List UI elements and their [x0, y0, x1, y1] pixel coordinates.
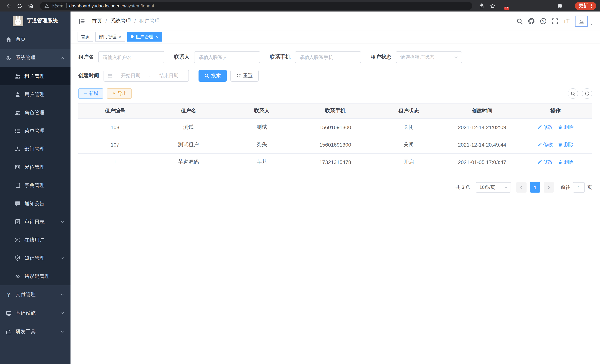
- breadcrumb: 首页/系统管理/租户管理: [92, 18, 160, 25]
- contact-input[interactable]: [194, 51, 260, 63]
- top-navbar: 首页/系统管理/租户管理 ? TT: [71, 11, 600, 31]
- sidebar-item-gear[interactable]: 系统管理: [0, 49, 71, 67]
- date-range-picker[interactable]: 开始日期 - 结束日期: [103, 70, 189, 82]
- page-suffix: 页: [587, 184, 592, 191]
- table-row: 1芋道源码芋艿17321315478开启2021-01-05 17:03:47修…: [78, 153, 592, 171]
- search-icon: [205, 74, 209, 78]
- back-button[interactable]: [4, 1, 13, 10]
- extension-blue-icon[interactable]: [510, 3, 516, 9]
- chevron-down-icon: [60, 311, 65, 315]
- caret-down-icon: [589, 22, 593, 27]
- edit-link[interactable]: 修改: [537, 124, 553, 131]
- sidebar-fold-icon[interactable]: [77, 17, 86, 26]
- svg-text:?: ?: [542, 19, 544, 23]
- sidebar-item-online[interactable]: 在线用户: [0, 231, 71, 249]
- tab-2[interactable]: 租户管理×: [127, 32, 162, 42]
- sidebar-item-devtool[interactable]: 研发工具: [0, 322, 71, 341]
- column-header: 联系人: [225, 103, 299, 119]
- add-button[interactable]: 新增: [78, 88, 103, 99]
- url-path: /system/tenant: [125, 3, 154, 8]
- breadcrumb-item[interactable]: 系统管理: [110, 18, 131, 25]
- page-size-select[interactable]: 10条/页: [476, 182, 511, 193]
- tenant-status-select[interactable]: 请选择租户状态: [396, 51, 462, 63]
- extension-green-icon[interactable]: [537, 3, 543, 9]
- avatar-broken-image-icon: [575, 16, 588, 27]
- extension-chat-icon[interactable]: [546, 3, 551, 9]
- sidebar-item-audit[interactable]: 审计日志: [0, 213, 71, 231]
- sidebar-item-dict[interactable]: 字典管理: [0, 176, 71, 195]
- extension-globe-icon[interactable]: [519, 3, 525, 9]
- export-button[interactable]: 导出: [107, 88, 132, 99]
- tags-view-bar: 首页部门管理×租户管理×: [71, 31, 600, 43]
- sms-icon: [15, 255, 20, 261]
- delete-link[interactable]: 删除: [558, 159, 574, 166]
- github-icon[interactable]: [528, 18, 535, 25]
- sidebar-item-pay[interactable]: ¥支付管理: [0, 285, 71, 304]
- breadcrumb-item[interactable]: 首页: [92, 18, 102, 25]
- browser-profile-avatar[interactable]: [566, 3, 572, 9]
- fullscreen-icon[interactable]: [552, 18, 558, 24]
- refresh-table-button[interactable]: [582, 88, 592, 99]
- tab-close-icon[interactable]: ×: [155, 35, 159, 39]
- user-avatar[interactable]: [575, 16, 593, 27]
- cell-status: 开启: [372, 153, 445, 171]
- phone-input[interactable]: [295, 51, 361, 63]
- svg-text:¥: ¥: [7, 292, 10, 297]
- home-icon: [6, 37, 11, 42]
- edit-link[interactable]: 修改: [537, 141, 553, 148]
- warning-icon: [45, 3, 49, 8]
- tab-close-icon[interactable]: ×: [118, 35, 122, 39]
- tenant-name-input[interactable]: [98, 51, 164, 63]
- toggle-search-button[interactable]: [568, 88, 578, 99]
- cell-tenant-id: 108: [78, 119, 152, 136]
- sidebar-item-sms[interactable]: 短信管理: [0, 249, 71, 267]
- extension-olive-icon[interactable]: [528, 3, 534, 9]
- tab-0[interactable]: 首页: [77, 32, 93, 42]
- sidebar-item-tenant[interactable]: 租户管理: [0, 67, 71, 85]
- help-icon[interactable]: ?: [540, 18, 547, 25]
- sidebar-item-dept[interactable]: 部门管理: [0, 140, 71, 158]
- browser-home-button[interactable]: [26, 1, 36, 10]
- goto-page-input[interactable]: [573, 182, 585, 193]
- column-header: 操作: [519, 103, 592, 119]
- pay-icon: ¥: [6, 292, 11, 297]
- delete-link[interactable]: 删除: [558, 124, 574, 131]
- reload-button[interactable]: [15, 1, 25, 10]
- browser-update-button[interactable]: 更新: [575, 2, 596, 10]
- delete-link[interactable]: 删除: [558, 141, 574, 148]
- sidebar-item-infra[interactable]: 基础设施: [0, 304, 71, 322]
- column-header: 租户状态: [372, 103, 445, 119]
- bookmark-star-button[interactable]: [488, 1, 497, 10]
- sidebar-item-role[interactable]: 角色管理: [0, 103, 71, 122]
- svg-text:T: T: [566, 18, 570, 24]
- header-search-icon[interactable]: [516, 18, 523, 24]
- extensions-puzzle-icon[interactable]: [555, 1, 565, 10]
- cell-tenant-id: 1: [78, 153, 152, 171]
- breadcrumb-item[interactable]: 租户管理: [139, 18, 160, 25]
- prev-page-button[interactable]: [516, 182, 526, 193]
- sidebar-item-home[interactable]: 首页: [0, 30, 71, 49]
- chevron-up-icon: [60, 56, 65, 60]
- app-logo[interactable]: 芋道管理系统: [0, 11, 71, 30]
- total-count: 共 3 条: [455, 184, 470, 191]
- extension-red-icon[interactable]: 10: [501, 3, 507, 9]
- svg-text:T: T: [563, 19, 566, 24]
- search-button[interactable]: 搜索: [198, 70, 227, 82]
- app-title: 芋道管理系统: [27, 18, 58, 24]
- next-page-button[interactable]: [544, 182, 554, 193]
- sidebar-item-menu[interactable]: 菜单管理: [0, 122, 71, 140]
- tab-1[interactable]: 部门管理×: [95, 32, 125, 42]
- share-button[interactable]: [477, 1, 487, 10]
- font-size-icon[interactable]: TT: [563, 18, 570, 25]
- edit-link[interactable]: 修改: [537, 159, 553, 166]
- screen: 不安全 dashboard.yudao.iocoder.cn/system/te…: [0, 0, 600, 364]
- reset-button[interactable]: 重置: [230, 70, 259, 82]
- page-number-1[interactable]: 1: [530, 182, 540, 193]
- audit-icon: [15, 219, 20, 224]
- sidebar-item-user[interactable]: 用户管理: [0, 85, 71, 103]
- table-row: 108测试测试15601691300关闭2021-12-14 21:02:09修…: [78, 119, 592, 136]
- sidebar-item-errcode[interactable]: 错误码管理: [0, 267, 71, 285]
- url-bar[interactable]: 不安全 dashboard.yudao.iocoder.cn/system/te…: [40, 2, 472, 10]
- sidebar-item-post[interactable]: 岗位管理: [0, 158, 71, 176]
- sidebar-item-notice[interactable]: 通知公告: [0, 195, 71, 213]
